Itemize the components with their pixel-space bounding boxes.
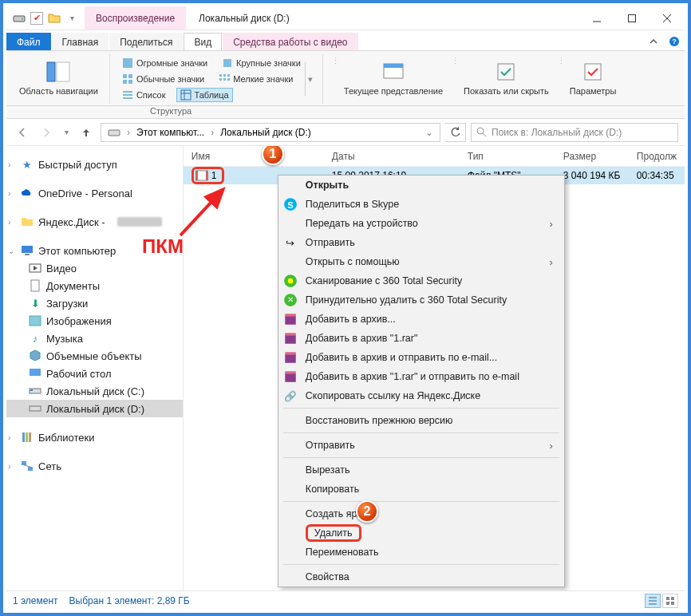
svg-text:✕: ✕ (287, 295, 294, 304)
collapse-ribbon-button[interactable] (643, 33, 664, 50)
navigation-pane-button[interactable]: Область навигации (14, 56, 103, 99)
svg-point-1 (22, 18, 23, 19)
link-icon: 🔗 (283, 389, 298, 403)
ctx-copy[interactable]: Копировать (278, 480, 564, 499)
ctx-properties[interactable]: Свойства (278, 567, 564, 586)
tab-view[interactable]: Вид (184, 33, 222, 50)
svg-line-34 (483, 133, 486, 136)
tree-3d-objects[interactable]: Объемные объекты (6, 347, 183, 365)
view-icons-toggle[interactable] (662, 594, 678, 608)
qat-overflow-icon[interactable]: ▾ (65, 12, 78, 25)
navigation-pane-label: Область навигации (19, 86, 98, 96)
shield-scan-icon (283, 274, 298, 288)
minimize-button[interactable] (579, 6, 614, 30)
tree-onedrive[interactable]: ›OneDrive - Personal (6, 184, 183, 202)
tree-quick-access[interactable]: ›★Быстрый доступ (6, 156, 183, 173)
layout-gallery[interactable]: Огромные значки Крупные значки Обычные з… (118, 56, 305, 102)
svg-line-49 (24, 465, 30, 467)
ctx-skype[interactable]: SПоделиться в Skype (278, 195, 564, 214)
close-button[interactable] (650, 6, 685, 30)
ctx-rename[interactable]: Переименовать (278, 543, 564, 562)
history-dropdown[interactable]: ▾ (61, 123, 72, 142)
ctx-force-delete-360[interactable]: ✕Принудительно удалить с 360 Total Secur… (278, 290, 564, 310)
ctx-share[interactable]: ↪Отправить (278, 233, 564, 252)
svg-rect-71 (666, 597, 669, 600)
show-hide-button[interactable]: Показать или скрыть (459, 56, 554, 99)
ctx-send-to[interactable]: Отправить› (278, 436, 564, 455)
up-button[interactable] (77, 123, 96, 142)
tree-disk-d[interactable]: Локальный диск (D:) (6, 400, 183, 417)
search-input[interactable]: Поиск в: Локальный диск (D:) (471, 123, 678, 142)
ctx-add-to-1rar[interactable]: Добавить в архив "1.rar" (278, 329, 564, 348)
ctx-add-to-archive[interactable]: Добавить в архив... (278, 310, 564, 329)
ctx-open[interactable]: Открыть (278, 176, 564, 195)
forward-button[interactable] (37, 123, 56, 142)
tree-documents[interactable]: Документы (6, 277, 183, 294)
ctx-yandex-link[interactable]: 🔗Скопировать ссылку на Яндекс.Диске (278, 386, 564, 405)
svg-rect-63 (285, 354, 296, 363)
tree-videos[interactable]: Видео (6, 259, 183, 277)
column-headers[interactable]: Имя Даты Тип Размер Продолж (184, 146, 685, 167)
winrar-icon (283, 331, 298, 346)
breadcrumb-item[interactable]: Локальный диск (D:) (217, 127, 314, 138)
help-button[interactable]: ? (664, 33, 685, 50)
desktop-icon (29, 367, 41, 380)
svg-rect-3 (629, 14, 636, 22)
breadcrumb-dropdown[interactable]: ⌄ (422, 127, 436, 138)
ctx-archive-mail[interactable]: Добавить в архив и отправить по e-mail..… (278, 348, 564, 367)
tree-music[interactable]: ♪Музыка (6, 330, 183, 347)
svg-rect-38 (31, 280, 39, 291)
tree-pictures[interactable]: Изображения (6, 312, 183, 330)
layout-more-button[interactable]: ▾ (305, 62, 316, 96)
ribbon-tabs: Файл Главная Поделиться Вид Средства раб… (6, 30, 685, 51)
current-view-button[interactable]: Текущее представление (339, 56, 448, 99)
tree-desktop[interactable]: Рабочий стол (6, 365, 183, 382)
file-item[interactable]: 1 (192, 167, 224, 184)
tab-media-tools[interactable]: Средства работы с видео (223, 33, 357, 50)
checkbox-icon[interactable]: ✔ (30, 12, 43, 25)
ctx-delete[interactable]: Удалить (278, 523, 564, 543)
options-button[interactable]: Параметры (565, 56, 622, 99)
maximize-button[interactable] (614, 6, 650, 30)
tab-share[interactable]: Поделиться (109, 33, 183, 50)
ctx-cut[interactable]: Вырезать (278, 460, 564, 480)
column-duration[interactable]: Продолж (629, 146, 685, 166)
ctx-cast[interactable]: Передать на устройство› (278, 214, 564, 233)
view-details-toggle[interactable] (645, 594, 661, 608)
ctx-create-shortcut[interactable]: Создать ярлык (278, 504, 564, 523)
drive-icon (105, 127, 124, 138)
tab-file[interactable]: Файл (6, 33, 51, 50)
tree-network[interactable]: ›Сеть (6, 457, 183, 475)
video-file-icon (195, 170, 208, 181)
ctx-archive-1rar-mail[interactable]: Добавить в архив "1.rar" и отправить по … (278, 367, 564, 386)
ctx-restore-version[interactable]: Восстановить прежнюю версию (278, 411, 564, 430)
column-type[interactable]: Тип (460, 146, 555, 166)
tab-home[interactable]: Главная (52, 33, 109, 50)
column-size[interactable]: Размер (555, 146, 629, 166)
ctx-open-with[interactable]: Открыть с помощью› (278, 252, 564, 271)
ctx-scan-360[interactable]: Сканирование с 360 Total Security (278, 271, 564, 290)
yandex-icon (21, 215, 34, 228)
file-list[interactable]: Имя Даты Тип Размер Продолж 1 15.09.2017… (184, 146, 685, 590)
library-icon (21, 431, 34, 444)
refresh-button[interactable] (445, 123, 466, 142)
video-icon (29, 262, 41, 274)
breadcrumb-root[interactable]: Этот компьют... (133, 127, 207, 138)
folder-icon (48, 12, 61, 25)
cloud-icon (21, 187, 34, 199)
winrar-icon (283, 369, 298, 384)
column-date[interactable]: Даты (324, 146, 460, 166)
titlebar: ✔ ▾ Воспроизведение Локальный диск (D:) (6, 6, 685, 30)
column-name[interactable]: Имя (184, 146, 324, 166)
navigation-tree[interactable]: ›★Быстрый доступ ›OneDrive - Personal ›Я… (6, 146, 184, 590)
breadcrumb[interactable]: › Этот компьют... › Локальный диск (D:) … (101, 123, 440, 142)
svg-rect-64 (285, 352, 296, 354)
address-bar: ▾ › Этот компьют... › Локальный диск (D:… (6, 119, 685, 146)
document-icon (29, 279, 41, 292)
tree-downloads[interactable]: ⬇Загрузки (6, 294, 183, 312)
search-icon (476, 127, 487, 137)
tree-disk-c[interactable]: Локальный диск (C:) (6, 382, 183, 400)
tree-yandex-disk[interactable]: ›Яндекс.Диск - (6, 213, 183, 231)
back-button[interactable] (13, 123, 32, 142)
tree-libraries[interactable]: ›Библиотеки (6, 428, 183, 446)
